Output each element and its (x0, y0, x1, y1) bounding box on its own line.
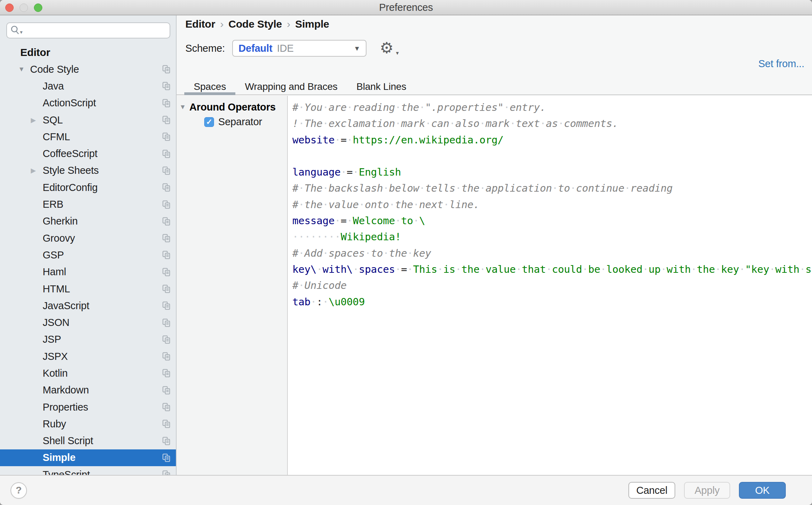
whitespace-dot: · (353, 263, 359, 275)
sidebar-item-code-style[interactable]: ▼ Code Style (0, 61, 176, 78)
scheme-select[interactable]: Default IDE ▼ (232, 40, 366, 57)
copy-settings-icon[interactable] (162, 99, 170, 107)
sidebar-item-ruby[interactable]: Ruby (0, 415, 176, 432)
tab-blank-lines[interactable]: Blank Lines (347, 80, 416, 94)
sidebar-item-haml[interactable]: Haml (0, 264, 176, 280)
sidebar-item-sql[interactable]: ▶ SQL (0, 112, 176, 128)
whitespace-dot: · (347, 134, 352, 146)
code-line: #·Add·spaces·to·the·key (292, 245, 812, 261)
copy-settings-icon[interactable] (162, 234, 170, 243)
whitespace-dot: · (516, 263, 522, 275)
sidebar-item-shell-script[interactable]: Shell Script (0, 433, 176, 449)
copy-settings-icon[interactable] (162, 133, 170, 141)
set-from-link[interactable]: Set from... (758, 58, 804, 70)
whitespace-dot: · (347, 215, 352, 227)
code-line: tab·:·\u0009 (292, 294, 812, 310)
tree-arrow-icon[interactable]: ▶ (31, 116, 43, 124)
copy-settings-icon[interactable] (162, 352, 170, 361)
ok-button[interactable]: OK (739, 482, 786, 499)
copy-settings-icon[interactable] (162, 65, 170, 74)
search-filter-arrow-icon[interactable]: ▾ (20, 29, 22, 35)
copy-settings-icon[interactable] (162, 470, 170, 475)
whitespace-dot: · (437, 263, 443, 275)
tree-arrow-icon[interactable]: ▼ (18, 65, 30, 73)
copy-settings-icon[interactable] (162, 301, 170, 310)
sidebar-item-kotlin[interactable]: Kotlin (0, 365, 176, 382)
sidebar-item-style-sheets[interactable]: ▶ Style Sheets (0, 162, 176, 179)
copy-settings-icon[interactable] (162, 318, 170, 327)
whitespace-dot: · (455, 263, 461, 275)
copy-settings-icon[interactable] (162, 436, 170, 445)
sidebar-item-cfml[interactable]: CFML (0, 128, 176, 145)
breadcrumb-code-style[interactable]: Code Style (228, 18, 282, 30)
whitespace-dot: · (395, 263, 401, 275)
separator-checkbox-label[interactable]: Separator (218, 116, 262, 128)
sidebar-item-javascript[interactable]: JavaScript (0, 297, 176, 314)
copy-settings-icon[interactable] (162, 453, 170, 462)
options-group-row[interactable]: ▼ Around Operators (177, 100, 287, 114)
copy-settings-icon[interactable] (162, 217, 170, 226)
copy-settings-icon[interactable] (162, 200, 170, 209)
zoom-window-button[interactable] (34, 3, 42, 12)
code-line: #·Unicode (292, 277, 812, 293)
separator-checkbox[interactable]: ✓ (204, 117, 214, 127)
whitespace-dot: · (425, 118, 431, 129)
sidebar-header-editor[interactable]: Editor (0, 44, 176, 61)
search-input[interactable] (25, 24, 166, 37)
scheme-actions-button[interactable]: ⚙ ▾ (380, 40, 397, 57)
whitespace-dot: · (298, 231, 304, 243)
copy-settings-icon[interactable] (162, 386, 170, 394)
sidebar-item-coffeescript[interactable]: CoffeeScript (0, 145, 176, 162)
minimize-window-button[interactable] (20, 3, 28, 12)
options-group-label: Around Operators (190, 101, 276, 113)
sidebar-item-actionscript[interactable]: ActionScript (0, 95, 176, 112)
whitespace-dot: · (395, 101, 401, 113)
copy-settings-icon[interactable] (162, 116, 170, 125)
whitespace-dot: · (413, 199, 419, 211)
close-window-button[interactable] (5, 3, 14, 12)
whitespace-dot: · (316, 231, 322, 243)
sidebar-item-properties[interactable]: Properties (0, 399, 176, 415)
sidebar-item-html[interactable]: HTML (0, 280, 176, 297)
sidebar-item-editorconfig[interactable]: EditorConfig (0, 179, 176, 196)
copy-settings-icon[interactable] (162, 403, 170, 412)
copy-settings-icon[interactable] (162, 268, 170, 276)
whitespace-dot: · (335, 134, 341, 146)
tree-arrow-icon[interactable]: ▶ (31, 166, 43, 175)
search-field[interactable]: ▾ (6, 22, 170, 38)
collapse-arrow-icon[interactable]: ▼ (179, 103, 186, 111)
copy-settings-icon[interactable] (162, 149, 170, 158)
main-panel: Editor › Code Style › Simple Scheme: Def… (177, 15, 812, 475)
sidebar-item-simple[interactable]: Simple (0, 449, 176, 466)
code-line: key\·with\·spaces·=·This·is·the·value·th… (292, 261, 812, 277)
copy-settings-icon[interactable] (162, 420, 170, 428)
whitespace-dot: · (395, 118, 401, 129)
copy-settings-icon[interactable] (162, 251, 170, 259)
help-button[interactable]: ? (10, 482, 27, 499)
code-line: #·You·are·reading·the·".properties"·entr… (292, 99, 812, 115)
sidebar-item-gherkin[interactable]: Gherkin (0, 213, 176, 230)
sidebar-item-erb[interactable]: ERB (0, 196, 176, 213)
scheme-selected-value: Default (238, 43, 272, 54)
sidebar-item-label: Groovy (43, 233, 75, 244)
sidebar-item-groovy[interactable]: Groovy (0, 230, 176, 247)
copy-settings-icon[interactable] (162, 82, 170, 91)
sidebar-item-json[interactable]: JSON (0, 314, 176, 331)
whitespace-dot: · (322, 118, 328, 129)
copy-settings-icon[interactable] (162, 285, 170, 293)
sidebar-item-jsp[interactable]: JSP (0, 331, 176, 348)
copy-settings-icon[interactable] (162, 166, 170, 175)
sidebar-item-markdown[interactable]: Markdown (0, 382, 176, 399)
tab-spaces[interactable]: Spaces (184, 80, 235, 94)
sidebar-item-jspx[interactable]: JSPX (0, 348, 176, 365)
tab-wrapping-and-braces[interactable]: Wrapping and Braces (235, 80, 347, 94)
copy-settings-icon[interactable] (162, 369, 170, 378)
apply-button[interactable]: Apply (684, 482, 730, 499)
cancel-button[interactable]: Cancel (628, 482, 675, 499)
sidebar-item-typescript[interactable]: TypeScript (0, 466, 176, 475)
sidebar-item-gsp[interactable]: GSP (0, 247, 176, 263)
copy-settings-icon[interactable] (162, 183, 170, 192)
sidebar-item-java[interactable]: Java (0, 78, 176, 94)
copy-settings-icon[interactable] (162, 335, 170, 344)
breadcrumb-editor[interactable]: Editor (185, 18, 215, 30)
